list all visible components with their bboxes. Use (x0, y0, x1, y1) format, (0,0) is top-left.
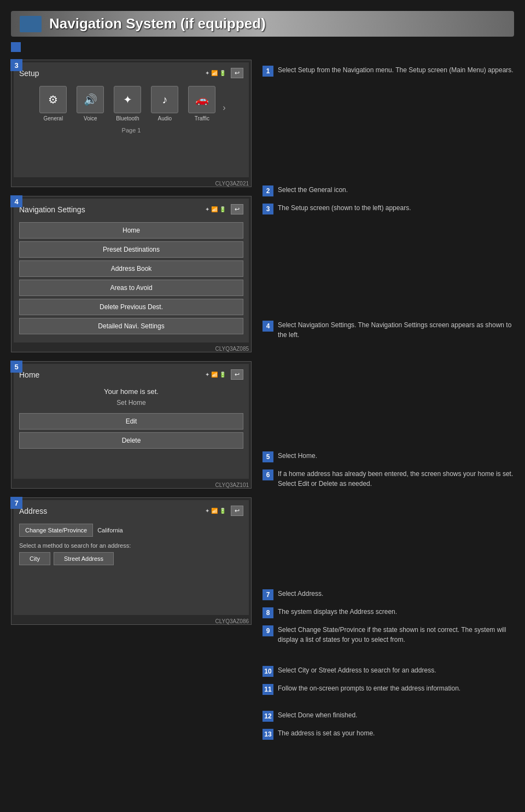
delete-previous-dest-button[interactable]: Delete Previous Dest. (19, 299, 243, 315)
more-arrow[interactable]: › (223, 86, 225, 121)
detailed-navi-settings-button[interactable]: Detailed Navi. Settings (19, 318, 243, 334)
page-header: Navigation System (if equipped) (11, 11, 514, 37)
voice-icon-item[interactable]: 🔊 Voice (74, 86, 107, 121)
instruction-4: 4 Select Navigation Settings. The Naviga… (262, 320, 514, 340)
step-text-1: Select Setup from the Navigation menu. T… (278, 65, 514, 75)
step-text-13: The address is set as your home. (278, 728, 514, 738)
screen-4-topbar: Navigation Settings ✦ 📶 🔋 ↩ (19, 204, 243, 214)
signal-icon-7: 📶 (211, 508, 218, 514)
screen-5-block: 5 Home ✦ 📶 🔋 ↩ Your home is set. Set Hom… (11, 361, 252, 489)
general-icon-box: ⚙ (39, 86, 67, 113)
change-state-button[interactable]: Change State/Province (19, 524, 93, 537)
search-method-label: Select a method to search for an address… (19, 542, 243, 549)
step-number-12: 12 (262, 711, 273, 722)
signal-bars-icon: 📶 (211, 70, 218, 76)
page-label-3: Page 1 (19, 127, 243, 134)
bluetooth-icon-box: ✦ (114, 86, 141, 113)
instruction-1: 1 Select Setup from the Navigation menu.… (262, 65, 514, 77)
screen-7-code: CLYQ3AZ086 (11, 618, 251, 624)
street-address-button[interactable]: Street Address (54, 552, 114, 565)
general-icon-item[interactable]: ⚙ General (37, 86, 69, 121)
voice-icon-label: Voice (84, 115, 97, 121)
signal-icon-4: 📶 (211, 206, 218, 212)
step-number-9: 9 (262, 625, 273, 636)
screen-3-number: 3 (10, 59, 22, 71)
audio-icon-label: Audio (158, 115, 172, 121)
city-button[interactable]: City (19, 552, 50, 565)
bluetooth-status-icon: ✦ (205, 70, 209, 76)
setup-icons-row: ⚙ General 🔊 Voice ✦ Bluetooth ♪ Audio (19, 86, 243, 121)
instruction-7: 7 Select Address. (262, 589, 514, 600)
back-button-7[interactable]: ↩ (231, 506, 243, 516)
screen-4-inner: Navigation Settings ✦ 📶 🔋 ↩ Home Preset … (14, 199, 249, 343)
step-text-8: The system displays the Address screen. (278, 607, 514, 617)
step-number-4: 4 (262, 321, 273, 332)
bt-icon-7: ✦ (205, 508, 209, 514)
step-text-6: If a home address has already been enter… (278, 469, 514, 489)
battery-icon-7: 🔋 (219, 508, 226, 514)
screen-4-title: Navigation Settings (19, 205, 85, 214)
screen-4-icons: ✦ 📶 🔋 ↩ (205, 204, 243, 214)
instruction-2: 2 Select the General icon. (262, 185, 514, 196)
instructions-column: 1 Select Setup from the Navigation menu.… (262, 60, 514, 743)
areas-to-avoid-button[interactable]: Areas to Avoid (19, 280, 243, 296)
state-province-row: Change State/Province California (19, 524, 243, 537)
instruction-6: 6 If a home address has already been ent… (262, 469, 514, 489)
screen-7-title: Address (19, 507, 47, 515)
back-button-5[interactable]: ↩ (231, 369, 243, 380)
general-icon-label: General (44, 115, 63, 121)
screen-7-inner: Address ✦ 📶 🔋 ↩ Change State/Province Ca… (14, 500, 249, 615)
screen-3-inner: Setup ✦ 📶 🔋 ↩ ⚙ General 🔊 Vo (14, 62, 249, 177)
spacer-5 (262, 651, 514, 662)
preset-destinations-button[interactable]: Preset Destinations (19, 241, 243, 258)
home-status-text: Your home is set. (19, 387, 243, 396)
header-icon (20, 16, 42, 32)
spacer-3 (262, 346, 514, 448)
step-text-3: The Setup screen (shown to the left) app… (278, 203, 514, 213)
bluetooth-icon-label: Bluetooth (116, 115, 139, 121)
audio-icon-item[interactable]: ♪ Audio (148, 86, 181, 121)
bt-icon-4: ✦ (205, 206, 209, 212)
back-button-4[interactable]: ↩ (231, 204, 243, 214)
spacer-6 (262, 701, 514, 707)
step-number-2: 2 (262, 185, 273, 196)
step-text-7: Select Address. (278, 589, 514, 599)
edit-home-button[interactable]: Edit (19, 413, 243, 430)
step-number-7: 7 (262, 589, 273, 600)
search-method-row: City Street Address (19, 552, 243, 565)
step-text-10: Select City or Street Address to search … (278, 665, 514, 675)
screen-5-number: 5 (10, 361, 22, 373)
spacer-4 (262, 495, 514, 585)
bluetooth-icon-item[interactable]: ✦ Bluetooth (111, 86, 144, 121)
screen-5-icons: ✦ 📶 🔋 ↩ (205, 369, 243, 380)
screen-7-topbar: Address ✦ 📶 🔋 ↩ (19, 506, 243, 516)
home-button[interactable]: Home (19, 222, 243, 239)
screen-3-code: CLYQ3AZ021 (11, 181, 251, 187)
screen-4-code: CLYQ3AZ085 (11, 346, 251, 352)
bt-icon-5: ✦ (205, 372, 209, 378)
instruction-9: 9 Select Change State/Province if the st… (262, 625, 514, 645)
step-text-11: Follow the on-screen prompts to enter th… (278, 683, 514, 693)
content-area: 3 Setup ✦ 📶 🔋 ↩ ⚙ General (0, 60, 525, 743)
screen-4-block: 4 Navigation Settings ✦ 📶 🔋 ↩ Home Prese… (11, 196, 252, 352)
screen-3-block: 3 Setup ✦ 📶 🔋 ↩ ⚙ General (11, 60, 252, 187)
screen-5-topbar: Home ✦ 📶 🔋 ↩ (19, 369, 243, 380)
voice-icon-box: 🔊 (77, 86, 104, 113)
traffic-icon-item[interactable]: 🚗 Traffic (185, 86, 218, 121)
step-number-1: 1 (262, 66, 273, 77)
battery-icon: 🔋 (219, 70, 226, 76)
address-book-button[interactable]: Address Book (19, 260, 243, 277)
screen-5-code: CLYQ3AZ101 (11, 482, 251, 488)
step-number-5: 5 (262, 451, 273, 462)
screenshots-column: 3 Setup ✦ 📶 🔋 ↩ ⚙ General (11, 60, 252, 743)
step-number-6: 6 (262, 469, 273, 480)
screen-4-number: 4 (10, 195, 22, 207)
screen-5-inner: Home ✦ 📶 🔋 ↩ Your home is set. Set Home … (14, 364, 249, 479)
step-text-9: Select Change State/Province if the stat… (278, 625, 514, 645)
screen-7-block: 7 Address ✦ 📶 🔋 ↩ Change State/Province … (11, 497, 252, 625)
delete-home-button[interactable]: Delete (19, 432, 243, 449)
instruction-13: 13 The address is set as your home. (262, 728, 514, 740)
traffic-icon-label: Traffic (195, 115, 209, 121)
set-home-text: Set Home (19, 399, 243, 407)
back-button-3[interactable]: ↩ (231, 68, 243, 78)
